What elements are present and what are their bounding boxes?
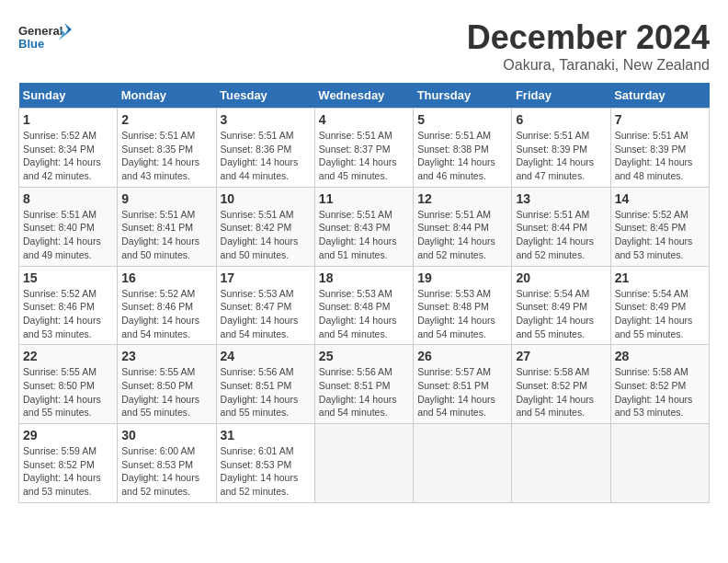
logo: General Blue	[18, 18, 74, 64]
day-info: Sunrise: 5:51 AMSunset: 8:44 PMDaylight:…	[516, 208, 606, 262]
day-info: Sunrise: 5:51 AMSunset: 8:43 PMDaylight:…	[319, 208, 409, 262]
page-subtitle: Oakura, Taranaki, New Zealand	[467, 57, 710, 74]
calendar-cell: 11Sunrise: 5:51 AMSunset: 8:43 PMDayligh…	[314, 187, 413, 266]
calendar-cell: 2Sunrise: 5:51 AMSunset: 8:35 PMDaylight…	[118, 109, 216, 188]
calendar-cell: 7Sunrise: 5:51 AMSunset: 8:39 PMDaylight…	[610, 109, 709, 188]
calendar-cell: 31Sunrise: 6:01 AMSunset: 8:53 PMDayligh…	[216, 424, 314, 503]
day-number: 21	[615, 270, 705, 285]
calendar-cell: 18Sunrise: 5:53 AMSunset: 8:48 PMDayligh…	[314, 266, 413, 345]
day-number: 27	[516, 349, 606, 363]
day-number: 16	[121, 270, 211, 285]
day-info: Sunrise: 5:57 AMSunset: 8:51 PMDaylight:…	[417, 365, 507, 419]
calendar-cell: 20Sunrise: 5:54 AMSunset: 8:49 PMDayligh…	[512, 266, 610, 345]
title-block: December 2024 Oakura, Taranaki, New Zeal…	[467, 18, 710, 74]
day-number: 31	[221, 428, 311, 442]
calendar-cell: 5Sunrise: 5:51 AMSunset: 8:38 PMDaylight…	[414, 109, 512, 188]
calendar-cell: 25Sunrise: 5:56 AMSunset: 8:51 PMDayligh…	[314, 345, 413, 424]
day-info: Sunrise: 5:51 AMSunset: 8:44 PMDaylight:…	[417, 208, 507, 262]
week-row-3: 15Sunrise: 5:52 AMSunset: 8:46 PMDayligh…	[19, 266, 710, 345]
calendar-cell: 29Sunrise: 5:59 AMSunset: 8:52 PMDayligh…	[19, 424, 118, 503]
day-number: 10	[221, 191, 311, 206]
day-info: Sunrise: 5:52 AMSunset: 8:46 PMDaylight:…	[121, 287, 211, 341]
week-row-5: 29Sunrise: 5:59 AMSunset: 8:52 PMDayligh…	[19, 424, 710, 503]
calendar-cell: 17Sunrise: 5:53 AMSunset: 8:47 PMDayligh…	[216, 266, 314, 345]
calendar-cell: 1Sunrise: 5:52 AMSunset: 8:34 PMDaylight…	[19, 109, 118, 188]
calendar-cell: 3Sunrise: 5:51 AMSunset: 8:36 PMDaylight…	[216, 109, 314, 188]
day-number: 7	[615, 112, 705, 127]
calendar-cell: 22Sunrise: 5:55 AMSunset: 8:50 PMDayligh…	[19, 345, 118, 424]
day-info: Sunrise: 5:51 AMSunset: 8:38 PMDaylight:…	[417, 129, 507, 183]
day-number: 8	[23, 191, 113, 206]
day-info: Sunrise: 5:51 AMSunset: 8:36 PMDaylight:…	[221, 129, 311, 183]
day-number: 26	[417, 349, 507, 363]
calendar-cell: 15Sunrise: 5:52 AMSunset: 8:46 PMDayligh…	[19, 266, 118, 345]
calendar-cell: 6Sunrise: 5:51 AMSunset: 8:39 PMDaylight…	[512, 109, 610, 188]
day-number: 15	[23, 270, 113, 285]
calendar-cell: 24Sunrise: 5:56 AMSunset: 8:51 PMDayligh…	[216, 345, 314, 424]
day-info: Sunrise: 5:58 AMSunset: 8:52 PMDaylight:…	[615, 365, 705, 419]
weekday-header-friday: Friday	[512, 83, 610, 109]
calendar-cell: 13Sunrise: 5:51 AMSunset: 8:44 PMDayligh…	[512, 187, 610, 266]
day-info: Sunrise: 5:53 AMSunset: 8:48 PMDaylight:…	[417, 287, 507, 341]
day-info: Sunrise: 5:51 AMSunset: 8:39 PMDaylight:…	[615, 129, 705, 183]
day-info: Sunrise: 5:53 AMSunset: 8:48 PMDaylight:…	[319, 287, 409, 341]
calendar-cell: 30Sunrise: 6:00 AMSunset: 8:53 PMDayligh…	[118, 424, 216, 503]
weekday-header-saturday: Saturday	[610, 83, 709, 109]
week-row-4: 22Sunrise: 5:55 AMSunset: 8:50 PMDayligh…	[19, 345, 710, 424]
calendar-cell: 16Sunrise: 5:52 AMSunset: 8:46 PMDayligh…	[118, 266, 216, 345]
page-header: General Blue December 2024 Oakura, Taran…	[18, 18, 710, 74]
day-info: Sunrise: 5:54 AMSunset: 8:49 PMDaylight:…	[615, 287, 705, 341]
day-info: Sunrise: 5:58 AMSunset: 8:52 PMDaylight:…	[516, 365, 606, 419]
calendar-cell: 8Sunrise: 5:51 AMSunset: 8:40 PMDaylight…	[19, 187, 118, 266]
weekday-header-monday: Monday	[118, 83, 216, 109]
calendar-cell	[610, 424, 709, 503]
calendar-cell: 27Sunrise: 5:58 AMSunset: 8:52 PMDayligh…	[512, 345, 610, 424]
day-number: 6	[516, 112, 606, 127]
svg-text:Blue: Blue	[18, 37, 44, 51]
calendar-table: SundayMondayTuesdayWednesdayThursdayFrid…	[18, 83, 710, 503]
calendar-cell: 14Sunrise: 5:52 AMSunset: 8:45 PMDayligh…	[610, 187, 709, 266]
day-info: Sunrise: 5:51 AMSunset: 8:37 PMDaylight:…	[319, 129, 409, 183]
day-info: Sunrise: 5:51 AMSunset: 8:35 PMDaylight:…	[121, 129, 211, 183]
day-info: Sunrise: 5:56 AMSunset: 8:51 PMDaylight:…	[319, 365, 409, 419]
calendar-cell	[314, 424, 413, 503]
day-info: Sunrise: 5:52 AMSunset: 8:45 PMDaylight:…	[615, 208, 705, 262]
day-number: 25	[319, 349, 409, 363]
day-number: 9	[121, 191, 211, 206]
weekday-header-sunday: Sunday	[19, 83, 118, 109]
day-number: 11	[319, 191, 409, 206]
day-info: Sunrise: 5:51 AMSunset: 8:39 PMDaylight:…	[516, 129, 606, 183]
day-number: 28	[615, 349, 705, 363]
calendar-cell: 9Sunrise: 5:51 AMSunset: 8:41 PMDaylight…	[118, 187, 216, 266]
weekday-header-row: SundayMondayTuesdayWednesdayThursdayFrid…	[19, 83, 710, 109]
day-number: 24	[221, 349, 311, 363]
day-number: 23	[121, 349, 211, 363]
day-number: 4	[319, 112, 409, 127]
week-row-1: 1Sunrise: 5:52 AMSunset: 8:34 PMDaylight…	[19, 109, 710, 188]
day-info: Sunrise: 5:55 AMSunset: 8:50 PMDaylight:…	[121, 365, 211, 419]
weekday-header-tuesday: Tuesday	[216, 83, 314, 109]
day-info: Sunrise: 6:00 AMSunset: 8:53 PMDaylight:…	[121, 444, 211, 499]
day-info: Sunrise: 5:52 AMSunset: 8:46 PMDaylight:…	[23, 287, 113, 341]
calendar-cell: 10Sunrise: 5:51 AMSunset: 8:42 PMDayligh…	[216, 187, 314, 266]
calendar-cell: 23Sunrise: 5:55 AMSunset: 8:50 PMDayligh…	[118, 345, 216, 424]
day-info: Sunrise: 5:55 AMSunset: 8:50 PMDaylight:…	[23, 365, 113, 419]
day-info: Sunrise: 5:59 AMSunset: 8:52 PMDaylight:…	[23, 444, 113, 499]
day-number: 5	[417, 112, 507, 127]
day-info: Sunrise: 5:51 AMSunset: 8:41 PMDaylight:…	[121, 208, 211, 262]
day-number: 19	[417, 270, 507, 285]
day-number: 29	[23, 428, 113, 442]
day-number: 20	[516, 270, 606, 285]
calendar-cell: 26Sunrise: 5:57 AMSunset: 8:51 PMDayligh…	[414, 345, 512, 424]
day-info: Sunrise: 5:52 AMSunset: 8:34 PMDaylight:…	[23, 129, 113, 183]
weekday-header-thursday: Thursday	[414, 83, 512, 109]
day-number: 2	[121, 112, 211, 127]
calendar-cell: 12Sunrise: 5:51 AMSunset: 8:44 PMDayligh…	[414, 187, 512, 266]
calendar-cell	[414, 424, 512, 503]
day-info: Sunrise: 5:53 AMSunset: 8:47 PMDaylight:…	[221, 287, 311, 341]
weekday-header-wednesday: Wednesday	[314, 83, 413, 109]
page-title: December 2024	[467, 18, 710, 57]
day-info: Sunrise: 5:51 AMSunset: 8:42 PMDaylight:…	[221, 208, 311, 262]
day-info: Sunrise: 5:51 AMSunset: 8:40 PMDaylight:…	[23, 208, 113, 262]
day-number: 17	[221, 270, 311, 285]
